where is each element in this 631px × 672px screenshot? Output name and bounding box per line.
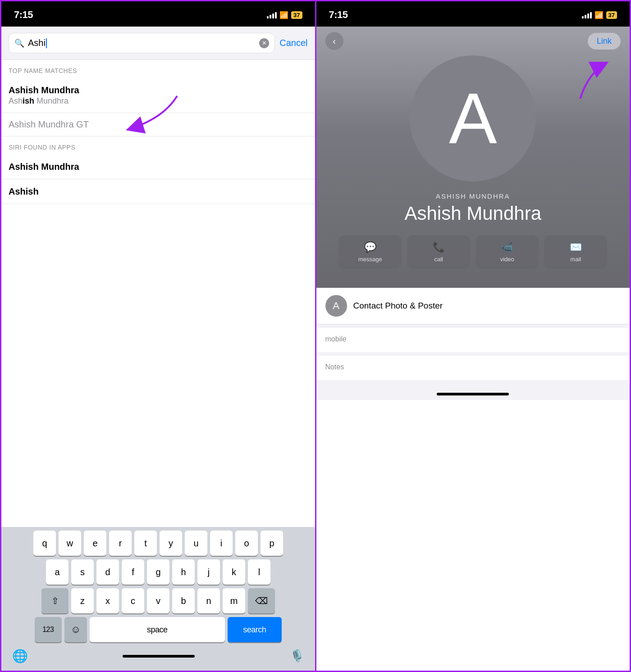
keyboard-row-4: 123 ☺ space search: [3, 617, 313, 642]
battery-badge: 37: [291, 11, 302, 19]
key-s[interactable]: s: [71, 559, 94, 585]
key-b[interactable]: b: [172, 588, 195, 613]
signal-icon: [267, 11, 277, 18]
contact-avatar: A: [410, 55, 536, 182]
right-home-indicator: [437, 393, 509, 395]
key-w[interactable]: w: [59, 531, 81, 556]
key-delete[interactable]: ⌫: [248, 588, 275, 613]
key-i[interactable]: i: [210, 531, 233, 556]
globe-icon[interactable]: 🌐: [12, 649, 28, 663]
right-status-icons: 📶 37: [582, 11, 617, 19]
keyboard-bottom-spacer: [3, 666, 313, 671]
key-c[interactable]: c: [122, 588, 144, 613]
key-p[interactable]: p: [261, 531, 283, 556]
right-status-bar: 7:15 📶 37: [316, 1, 630, 27]
contact-avatar-letter: A: [449, 82, 497, 154]
keyboard-row-3: ⇧ z x c v b n m ⌫: [3, 588, 313, 613]
search-cursor: [46, 38, 47, 48]
section-header-siri: SIRI FOUND IN APPS: [1, 136, 315, 154]
left-status-bar: 7:15 📶 37: [1, 1, 315, 27]
contact-photo-avatar: A: [325, 295, 347, 317]
key-numbers[interactable]: 123: [35, 617, 62, 642]
call-button[interactable]: 📞 call: [407, 235, 470, 269]
search-key[interactable]: search: [228, 617, 282, 642]
result-ashish-mundhra[interactable]: Ashish Mundhra Ashish Mundhra: [1, 78, 315, 113]
action-buttons: 💬 message 📞 call 📹 video ✉️ mail: [316, 235, 630, 278]
key-emoji[interactable]: ☺: [64, 617, 87, 642]
key-q[interactable]: q: [33, 531, 56, 556]
call-label: call: [434, 256, 443, 263]
key-m[interactable]: m: [223, 588, 245, 613]
contact-photo-poster-label: Contact Photo & Poster: [353, 301, 443, 311]
detail-section-mobile: mobile: [316, 328, 630, 352]
detail-row-notes: Notes: [325, 356, 621, 380]
keyboard-row-2: a s d f g h j k l: [3, 559, 313, 585]
contact-name-large: Ashish Mundhra: [316, 203, 630, 224]
clear-search-button[interactable]: ✕: [259, 38, 269, 48]
detail-section-notes: Notes: [316, 356, 630, 380]
result-siri-name-2: Ashish: [9, 186, 308, 197]
video-label: video: [500, 256, 514, 263]
contact-photo-poster-row[interactable]: A Contact Photo & Poster: [316, 288, 630, 324]
mobile-label: mobile: [325, 335, 621, 343]
contact-header: ‹ Link A ASHISH MUNDHRA Ashish Mundhra 💬…: [316, 27, 630, 288]
call-icon: 📞: [433, 241, 445, 253]
video-icon: 📹: [501, 241, 513, 253]
contact-nav: ‹ Link: [316, 27, 630, 55]
key-n[interactable]: n: [197, 588, 220, 613]
key-space[interactable]: space: [90, 617, 225, 642]
key-l[interactable]: l: [248, 559, 270, 585]
key-r[interactable]: r: [109, 531, 132, 556]
mic-icon[interactable]: 🎙️: [290, 649, 304, 663]
result-siri-1[interactable]: Ashish Mundhra: [1, 154, 315, 179]
result-siri-name-1: Ashish Mundhra: [9, 161, 308, 173]
result-ashish-mundhra-gt[interactable]: Ashish Mundhra GT: [1, 113, 315, 136]
search-input-wrapper[interactable]: 🔍 Ashi ✕: [9, 33, 275, 53]
search-input[interactable]: Ashi: [28, 38, 256, 48]
search-icon: 🔍: [14, 38, 24, 48]
mail-button[interactable]: ✉️ mail: [544, 235, 607, 269]
back-button[interactable]: ‹: [325, 32, 343, 50]
notes-label: Notes: [325, 363, 621, 371]
search-bar: 🔍 Ashi ✕ Cancel: [1, 27, 315, 60]
result-secondary-name: Ashish Mundhra: [9, 96, 308, 106]
right-wifi-icon: 📶: [594, 11, 604, 19]
home-indicator: [123, 655, 195, 658]
key-j[interactable]: j: [197, 559, 220, 585]
key-x[interactable]: x: [96, 588, 119, 613]
key-t[interactable]: t: [134, 531, 157, 556]
right-battery-badge: 37: [606, 11, 617, 19]
key-v[interactable]: v: [147, 588, 169, 613]
mail-label: mail: [570, 256, 581, 263]
result-primary-name: Ashish Mundhra: [9, 84, 308, 96]
result-gray-name: Ashish Mundhra GT: [9, 119, 308, 130]
cancel-button[interactable]: Cancel: [279, 38, 307, 48]
key-u[interactable]: u: [185, 531, 207, 556]
message-button[interactable]: 💬 message: [338, 235, 402, 269]
contact-photo-avatar-letter: A: [333, 300, 339, 312]
key-y[interactable]: y: [160, 531, 182, 556]
key-shift[interactable]: ⇧: [41, 588, 69, 613]
contact-name-small: ASHISH MUNDHRA: [316, 192, 630, 200]
detail-row-mobile: mobile: [325, 328, 621, 352]
key-z[interactable]: z: [71, 588, 94, 613]
keyboard-row-1: q w e r t y u i o p: [3, 531, 313, 556]
key-g[interactable]: g: [147, 559, 169, 585]
key-k[interactable]: k: [223, 559, 245, 585]
key-e[interactable]: e: [84, 531, 106, 556]
key-a[interactable]: a: [46, 559, 69, 585]
video-button[interactable]: 📹 video: [476, 235, 539, 269]
contact-detail-area: A Contact Photo & Poster mobile Notes: [316, 288, 630, 400]
left-status-time: 7:15: [14, 9, 33, 21]
right-phone-panel: 7:15 📶 37 ‹ Link: [316, 0, 631, 672]
link-button[interactable]: Link: [588, 33, 621, 50]
keyboard-bottom-bar: 🌐 🎙️: [3, 646, 313, 666]
keyboard: q w e r t y u i o p a s d f g h j k l ⇧ …: [1, 527, 315, 671]
search-input-value: Ashi: [28, 38, 46, 48]
wifi-icon: 📶: [279, 11, 288, 19]
key-d[interactable]: d: [96, 559, 119, 585]
result-siri-2[interactable]: Ashish: [1, 179, 315, 204]
key-o[interactable]: o: [235, 531, 258, 556]
key-h[interactable]: h: [172, 559, 195, 585]
key-f[interactable]: f: [122, 559, 144, 585]
